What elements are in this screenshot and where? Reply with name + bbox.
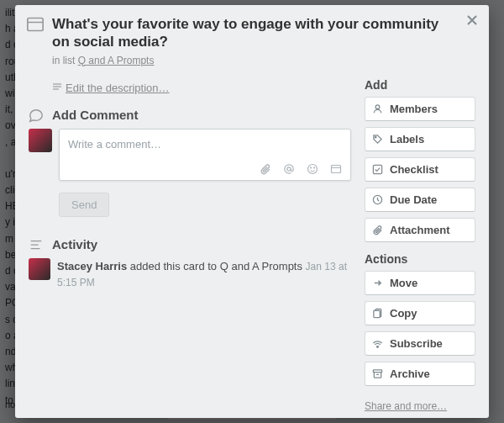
members-button[interactable]: Members (365, 97, 475, 121)
card-sidebar: Add Members Labels Checklist Due Date At… (365, 77, 475, 412)
sidebar-actions-title: Actions (365, 252, 475, 266)
svg-point-7 (311, 167, 312, 168)
attachment-button[interactable]: Attachment (365, 218, 475, 242)
checklist-button[interactable]: Checklist (365, 157, 475, 182)
comment-composer (29, 129, 351, 181)
svg-point-5 (287, 167, 291, 170)
activity-heading: Activity (29, 237, 351, 251)
labels-button[interactable]: Labels (365, 127, 475, 151)
svg-point-19 (377, 346, 379, 347)
add-comment-heading: Add Comment (29, 108, 351, 122)
card-list-info: in list Q and A Prompts (52, 55, 447, 66)
svg-point-15 (375, 136, 375, 137)
due-date-button[interactable]: Due Date (365, 188, 475, 212)
card-icon (27, 17, 44, 32)
card-header: What's your favorite way to engage with … (15, 5, 489, 70)
comment-box (59, 129, 351, 181)
avatar[interactable] (29, 258, 50, 280)
mention-icon[interactable] (283, 163, 295, 175)
svg-rect-16 (373, 165, 381, 173)
card-embed-icon[interactable] (330, 163, 342, 175)
svg-point-8 (314, 167, 315, 168)
card-detail-modal: What's your favorite way to engage with … (15, 5, 489, 418)
activity-text: Stacey Harris added this card to Q and A… (57, 258, 351, 291)
send-button[interactable]: Send (59, 193, 109, 217)
svg-point-6 (308, 164, 318, 173)
move-button[interactable]: Move (365, 271, 475, 295)
svg-point-14 (375, 104, 380, 108)
comment-icon (29, 108, 44, 124)
copy-button[interactable]: Copy (365, 301, 475, 325)
svg-rect-0 (28, 19, 43, 31)
svg-rect-9 (332, 165, 341, 172)
comment-toolbar (60, 160, 350, 180)
activity-user[interactable]: Stacey Harris (57, 260, 127, 272)
archive-button[interactable]: Archive (365, 362, 475, 386)
share-and-more-link[interactable]: Share and more… (365, 400, 447, 412)
activity-item: Stacey Harris added this card to Q and A… (29, 258, 351, 291)
subscribe-button[interactable]: Subscribe (365, 331, 475, 356)
avatar[interactable] (29, 129, 52, 152)
svg-rect-20 (373, 369, 381, 372)
svg-rect-18 (374, 310, 380, 317)
comment-input[interactable] (60, 130, 350, 160)
edit-description-link[interactable]: Edit the description… (52, 82, 351, 94)
attachment-icon[interactable] (260, 163, 271, 175)
list-name-link[interactable]: Q and A Prompts (78, 55, 155, 66)
sidebar-add-title: Add (365, 78, 475, 92)
main-column: Edit the description… Add Comment (29, 77, 351, 412)
emoji-icon[interactable] (307, 163, 318, 175)
activity-icon (29, 238, 44, 253)
card-title[interactable]: What's your favorite way to engage with … (52, 15, 447, 51)
